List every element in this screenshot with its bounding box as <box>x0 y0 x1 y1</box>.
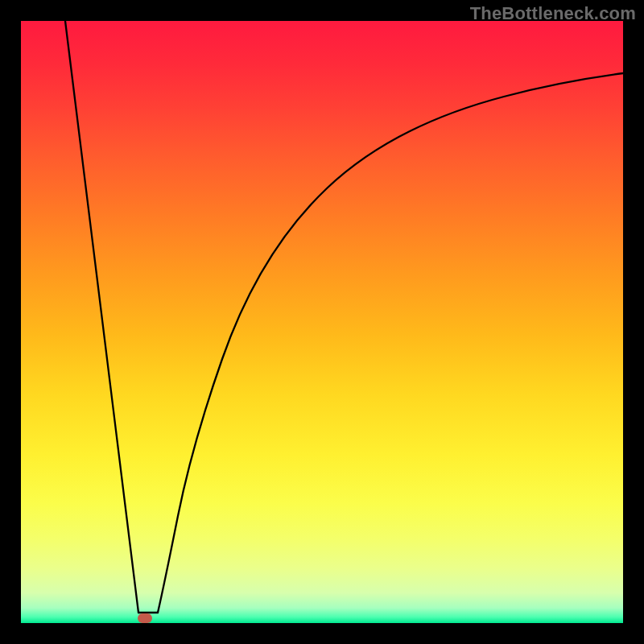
curve-left-descent <box>65 21 138 613</box>
curve-right-rise <box>158 73 623 613</box>
attribution-text: TheBottleneck.com <box>470 3 636 24</box>
optimal-point-marker <box>138 613 152 623</box>
chart-frame: TheBottleneck.com <box>0 0 644 644</box>
bottleneck-curve <box>21 21 623 623</box>
